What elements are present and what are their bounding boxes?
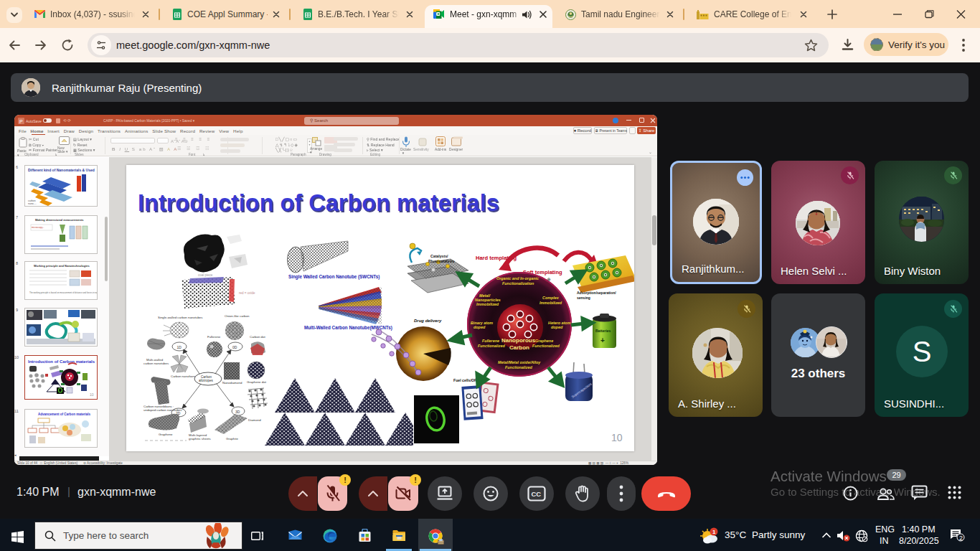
svg-text:+: +: [600, 336, 605, 344]
svg-text:Different kind of Nanomaterial: Different kind of Nanomaterials & Used: [28, 168, 95, 172]
svg-text:Fullerene: Fullerene: [482, 339, 499, 343]
svg-text:The working principle is based: The working principle is based on measur…: [29, 291, 97, 294]
svg-text:Functionalized: Functionalized: [532, 344, 560, 348]
svg-text:Graphene dot: Graphene dot: [247, 380, 267, 384]
svg-text:Diamond: Diamond: [248, 418, 261, 422]
svg-text:Nanodiamond: Nanodiamond: [222, 381, 242, 385]
svg-text:Carbon nanohorns: Carbon nanohorns: [171, 375, 197, 378]
svg-text:Catalysts/: Catalysts/: [430, 254, 448, 258]
svg-text:Functionalized: Functionalized: [478, 344, 505, 348]
svg-text:Metal/Metal oxide/Alloy: Metal/Metal oxide/Alloy: [498, 360, 541, 364]
svg-text:Functionalization: Functionalization: [502, 281, 534, 286]
svg-text:Onion-like carbon: Onion-like carbon: [225, 314, 250, 318]
svg-text:1: 1: [712, 529, 716, 535]
svg-text:3D: 3D: [235, 410, 240, 414]
svg-text:Making dimensional measurement: Making dimensional measurements: [35, 218, 84, 222]
svg-text:Drug delivery: Drug delivery: [414, 319, 442, 323]
svg-text:Introduction of Carbon materia: Introduction of Carbon materials: [138, 190, 499, 216]
svg-text:Graphene: Graphene: [159, 433, 173, 436]
svg-text:Carbon dot: Carbon dot: [250, 335, 266, 339]
svg-text:Working principle and Nanotech: Working principle and Nanotechnologies: [34, 264, 90, 268]
svg-text:Introduction of Carbon materia: Introduction of Carbon materials: [28, 359, 95, 364]
svg-text:Photocatalysis: Photocatalysis: [428, 259, 455, 263]
svg-text:Functionalized: Functionalized: [505, 365, 532, 369]
svg-text:Fullerene: Fullerene: [207, 335, 221, 339]
svg-text:Advancement of Carbon material: Advancement of Carbon materials: [38, 413, 91, 416]
svg-text:Adsorption/separation/: Adsorption/separation/: [577, 291, 616, 295]
svg-text:CC: CC: [532, 490, 542, 498]
svg-text:2: 2: [959, 534, 963, 542]
svg-text:Immobilized: Immobilized: [476, 302, 499, 306]
svg-text:1D: 1D: [177, 345, 182, 349]
svg-text:0D: 0D: [232, 345, 237, 349]
svg-text:red = oxide: red = oxide: [239, 291, 255, 295]
svg-text:microscopy...: microscopy...: [32, 226, 44, 229]
svg-text:carbon nanotubes: carbon nanotubes: [143, 362, 169, 365]
svg-text:graphitic sheets: graphitic sheets: [189, 437, 212, 441]
svg-text:Single-walled carbon nanotubes: Single-walled carbon nanotubes: [158, 316, 203, 319]
svg-text:10: 10: [611, 432, 623, 443]
svg-text:carbonnano....: carbonnano....: [28, 199, 37, 205]
svg-text:Organic and In-organic: Organic and In-organic: [496, 276, 539, 281]
svg-text:allotropes: allotropes: [199, 379, 214, 382]
svg-text:Graphene: Graphene: [535, 339, 553, 343]
svg-text:doped: doped: [473, 325, 486, 329]
svg-text:※: ※: [547, 277, 551, 282]
svg-text:10: 10: [90, 392, 94, 397]
svg-text:coal piece: coal piece: [198, 273, 213, 277]
svg-text:P: P: [19, 119, 23, 124]
svg-text:Immobilized: Immobilized: [540, 301, 562, 305]
svg-text:Graphite: Graphite: [226, 437, 238, 441]
svg-text:Batteries: Batteries: [595, 329, 611, 333]
svg-text:doped: doped: [551, 325, 563, 329]
svg-text:Carbon: Carbon: [201, 375, 212, 379]
svg-text:Complex: Complex: [542, 296, 560, 300]
svg-text:Carbon: Carbon: [509, 344, 529, 351]
svg-text:Single Walled Carbon Nanotube: Single Walled Carbon Nanotube (SWCNTs): [288, 274, 380, 280]
svg-text:sensing: sensing: [577, 296, 590, 300]
svg-text:Nanoporous: Nanoporous: [501, 337, 536, 344]
